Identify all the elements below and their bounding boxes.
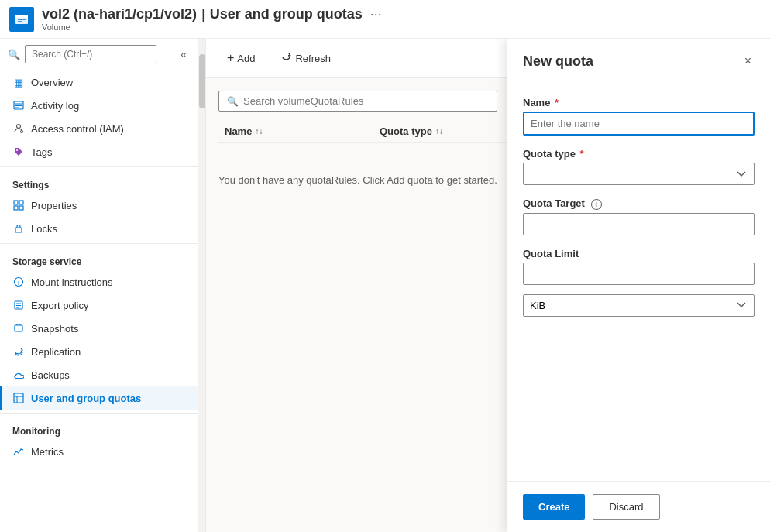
svg-rect-14	[19, 206, 23, 210]
quotas-icon	[12, 392, 25, 404]
sidebar-item-label: Mount instructions	[31, 276, 113, 288]
svg-rect-22	[15, 325, 22, 331]
svg-rect-12	[19, 201, 23, 204]
sidebar-search-area: 🔍 «	[0, 39, 198, 70]
svg-rect-1	[15, 15, 28, 18]
replication-icon	[12, 345, 25, 358]
resource-icon	[9, 7, 34, 32]
sidebar-item-label: Export policy	[31, 300, 88, 311]
quota-unit-select[interactable]: KiB MiB GiB TiB	[523, 294, 755, 317]
quota-limit-input[interactable]	[523, 263, 755, 285]
panel-header: New quota ×	[507, 39, 770, 81]
name-input[interactable]	[523, 112, 755, 136]
svg-text:i: i	[18, 280, 19, 287]
quota-target-label: Quota Target i	[523, 197, 755, 210]
quota-type-select[interactable]	[523, 163, 755, 185]
page-header: vol2 (na-hari1/cp1/vol2) | User and grou…	[0, 0, 770, 39]
name-field: Name *	[523, 97, 755, 136]
svg-rect-23	[14, 393, 23, 403]
sidebar-item-mount-instructions[interactable]: i Mount instructions	[0, 270, 198, 293]
sidebar-item-label: Locks	[31, 223, 57, 235]
sidebar: 🔍 « ▦ Overview Activity log Access contr…	[0, 39, 198, 532]
sidebar-item-label: Activity log	[31, 100, 79, 112]
storage-section-label: Storage service	[0, 247, 198, 270]
quota-type-label: Quota type *	[523, 148, 755, 160]
quota-limit-field: Quota Limit KiB MiB GiB TiB	[523, 248, 755, 317]
svg-point-8	[17, 125, 21, 129]
col-header-quota-type[interactable]: Quota type ↑↓	[373, 125, 528, 137]
panel-title: New quota	[523, 53, 593, 70]
search-quota-icon: 🔍	[227, 96, 239, 107]
more-icon[interactable]: ···	[370, 6, 382, 22]
sidebar-item-overview[interactable]: ▦ Overview	[0, 70, 198, 94]
sidebar-item-backups[interactable]: Backups	[0, 363, 198, 386]
overview-icon: ▦	[12, 76, 25, 88]
quota-search-input[interactable]	[243, 95, 489, 107]
sidebar-item-tags[interactable]: Tags	[0, 140, 198, 163]
sidebar-item-properties[interactable]: Properties	[0, 194, 198, 217]
discard-button[interactable]: Discard	[593, 494, 659, 520]
quota-type-field: Quota type *	[523, 148, 755, 185]
add-button[interactable]: + Add	[218, 46, 263, 70]
mount-icon: i	[12, 276, 25, 288]
export-icon	[12, 299, 25, 311]
properties-icon	[12, 199, 25, 211]
quota-target-info-icon[interactable]: i	[591, 199, 602, 210]
sidebar-item-label: Tags	[31, 146, 52, 158]
search-input[interactable]	[25, 45, 156, 63]
create-button[interactable]: Create	[523, 494, 585, 520]
panel-footer: Create Discard	[507, 481, 770, 532]
add-icon: +	[227, 51, 234, 65]
sidebar-item-label: Snapshots	[31, 323, 78, 335]
svg-rect-15	[15, 228, 22, 232]
backups-icon	[12, 369, 25, 381]
name-label: Name *	[523, 97, 755, 108]
svg-rect-13	[14, 206, 18, 210]
metrics-icon	[12, 445, 25, 458]
sidebar-item-snapshots[interactable]: Snapshots	[0, 317, 198, 340]
panel-body: Name * Quota type * Quota Targ	[507, 81, 770, 481]
sidebar-item-label: Properties	[31, 200, 77, 211]
sidebar-item-label: User and group quotas	[31, 393, 141, 404]
sidebar-item-locks[interactable]: Locks	[0, 217, 198, 240]
locks-icon	[12, 222, 25, 235]
sidebar-item-user-group-quotas[interactable]: User and group quotas	[0, 386, 198, 410]
sort-name-icon: ↑↓	[255, 127, 263, 136]
snapshots-icon	[12, 322, 25, 335]
resource-name: vol2 (na-hari1/cp1/vol2)	[42, 6, 197, 22]
sidebar-item-label: Access control (IAM)	[31, 123, 124, 135]
svg-point-10	[16, 149, 18, 151]
sidebar-item-export-policy[interactable]: Export policy	[0, 293, 198, 317]
header-text: vol2 (na-hari1/cp1/vol2) | User and grou…	[42, 6, 382, 32]
sidebar-item-label: Backups	[31, 369, 70, 381]
sidebar-item-label: Metrics	[31, 446, 64, 458]
sidebar-item-replication[interactable]: Replication	[0, 340, 198, 363]
sidebar-item-iam[interactable]: Access control (IAM)	[0, 117, 198, 140]
sidebar-item-activity-log[interactable]: Activity log	[0, 94, 198, 117]
settings-section-label: Settings	[0, 170, 198, 194]
search-icon: 🔍	[8, 49, 20, 60]
sort-type-icon: ↑↓	[435, 127, 443, 136]
activity-log-icon	[12, 99, 25, 112]
quota-target-input[interactable]	[523, 213, 755, 235]
sidebar-item-label: Overview	[31, 77, 73, 88]
refresh-button[interactable]: Refresh	[273, 47, 339, 70]
sidebar-item-label: Replication	[31, 346, 81, 358]
resource-subtitle: Volume	[42, 22, 382, 32]
sidebar-scrollbar-thumb[interactable]	[199, 54, 205, 108]
refresh-icon	[281, 52, 292, 65]
col-header-name[interactable]: Name ↑↓	[218, 125, 373, 137]
monitoring-section-label: Monitoring	[0, 417, 198, 440]
collapse-button[interactable]: «	[177, 45, 190, 63]
quota-target-field: Quota Target i	[523, 197, 755, 235]
quota-limit-label: Quota Limit	[523, 248, 755, 259]
header-separator: |	[201, 6, 205, 22]
tags-icon	[12, 146, 25, 158]
iam-icon	[12, 122, 25, 135]
sidebar-item-metrics[interactable]: Metrics	[0, 440, 198, 463]
new-quota-panel: New quota × Name * Quota type *	[507, 39, 770, 532]
page-title: User and group quotas	[210, 6, 363, 22]
svg-rect-11	[14, 201, 18, 204]
quota-search-bar: 🔍	[218, 91, 497, 112]
panel-close-button[interactable]: ×	[741, 51, 755, 71]
